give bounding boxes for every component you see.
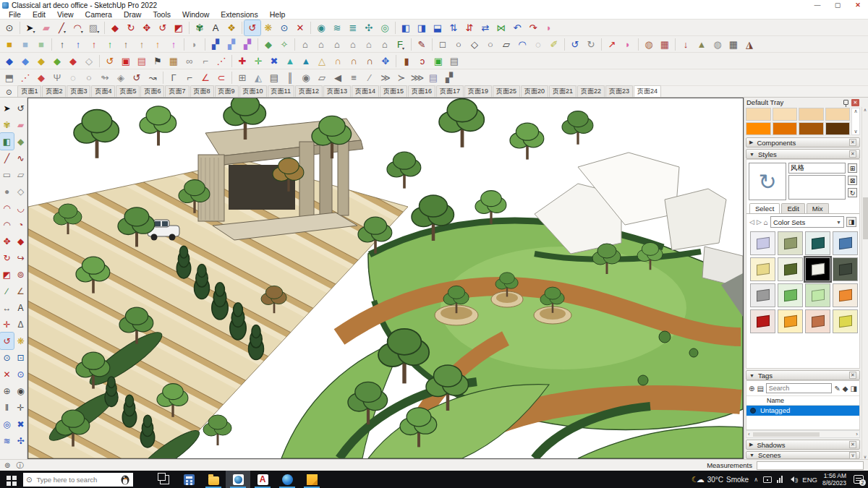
current-style-preview[interactable]: ↻ bbox=[749, 163, 786, 200]
tool-paint-bucket-icon[interactable]: ✾ bbox=[192, 20, 208, 35]
geolocation-icon[interactable]: ⊚ bbox=[4, 461, 10, 469]
tool-paint-icon[interactable]: ✾ bbox=[0, 116, 14, 133]
tool-section-x-icon[interactable]: ✖ bbox=[14, 416, 27, 432]
tool-shell-icon[interactable]: ◗ bbox=[187, 37, 203, 52]
style-thumbnail[interactable] bbox=[833, 257, 858, 281]
scene-search-icon[interactable]: ⊙ bbox=[6, 88, 12, 96]
tool-section-plane-icon[interactable]: ◉ bbox=[313, 20, 329, 35]
tool-orbit-select-icon[interactable]: ↺ bbox=[14, 100, 27, 116]
scene-tab[interactable]: 页面16 bbox=[408, 85, 435, 97]
tool-ring-icon[interactable]: ◌ bbox=[65, 70, 81, 85]
network-icon[interactable] bbox=[777, 476, 783, 483]
close-icon[interactable]: ∨ bbox=[849, 452, 856, 459]
tool-arc-icon[interactable]: ◠▾ bbox=[70, 20, 86, 35]
tool-arch-brown-icon[interactable]: ∩ bbox=[362, 53, 378, 69]
scene-tab[interactable]: 页面22 bbox=[577, 85, 605, 97]
scene-tab[interactable]: 页面19 bbox=[464, 85, 492, 97]
scroll-down-icon[interactable]: ∨ bbox=[854, 129, 857, 134]
tool-stamp-down-icon[interactable]: ↓ bbox=[678, 37, 694, 52]
tool-undo-curve-icon[interactable]: ↶ bbox=[509, 20, 525, 35]
expand-arrow-icon[interactable]: ▶ bbox=[749, 140, 753, 145]
tool-plus-red-icon[interactable]: ✚ bbox=[234, 53, 250, 69]
tool-drop-tan-icon[interactable]: ↑ bbox=[134, 37, 150, 52]
tool-mesh-grid-icon[interactable]: ▦ bbox=[657, 37, 673, 52]
tool-drop-brown-icon[interactable]: ↑ bbox=[118, 37, 134, 52]
style-thumbnail[interactable] bbox=[778, 257, 803, 281]
tool-pan-icon[interactable]: ❋ bbox=[260, 20, 276, 35]
pin-icon[interactable] bbox=[843, 100, 848, 105]
tool-solid-union-icon[interactable]: ◧ bbox=[398, 20, 414, 35]
taskbar-app-file-explorer[interactable] bbox=[201, 471, 226, 488]
style-thumbnail[interactable] bbox=[750, 309, 775, 333]
tool-link-pair-icon[interactable]: ∞ bbox=[182, 53, 197, 69]
tool-stamp-cone-icon[interactable]: ◮ bbox=[741, 37, 757, 52]
tool-offset-icon[interactable]: ⊚ bbox=[14, 266, 27, 283]
add-tag-icon[interactable]: ⊕ bbox=[749, 385, 754, 393]
tool-turn-target-icon[interactable]: ✛ bbox=[14, 399, 27, 416]
hidden-icons-chevron[interactable]: ∧ bbox=[754, 476, 758, 483]
tool-wood-block-icon[interactable]: ▦ bbox=[166, 53, 182, 69]
tool-fork-icon[interactable]: Ψ bbox=[49, 70, 65, 85]
close-button[interactable]: ✕ bbox=[848, 0, 868, 10]
tool-plus-green-icon[interactable]: ✛ bbox=[250, 53, 266, 69]
scene-tab[interactable]: 页面23 bbox=[605, 85, 633, 97]
tool-component-box-icon[interactable]: ◧ bbox=[0, 133, 14, 150]
tool-shape-circle-icon[interactable]: ○ bbox=[451, 37, 467, 52]
tool-arch-orange-icon[interactable]: ∩ bbox=[330, 53, 346, 69]
style-thumbnail[interactable] bbox=[750, 283, 775, 307]
tool-line-icon[interactable]: ╱▾ bbox=[54, 20, 70, 35]
scene-tab[interactable]: 页面13 bbox=[323, 85, 351, 97]
tool-x-blue-icon[interactable]: ✖ bbox=[266, 53, 282, 69]
tool-cage-grid-icon[interactable]: ⊞ bbox=[234, 70, 250, 85]
style-thumbnail[interactable] bbox=[750, 257, 775, 281]
tool-section-cut-icon[interactable]: ✣ bbox=[14, 432, 27, 449]
details-button[interactable]: ◨ bbox=[846, 217, 856, 227]
tool-panel-flip-icon[interactable]: ▱ bbox=[314, 70, 330, 85]
tool-cone-tan-icon[interactable]: △ bbox=[314, 53, 330, 69]
tool-redo-curve-icon[interactable]: ↷ bbox=[525, 20, 541, 35]
scene-tab[interactable]: 页面21 bbox=[549, 85, 576, 97]
search-input[interactable] bbox=[35, 475, 117, 484]
tool-loop-blue-icon[interactable]: ↺ bbox=[567, 37, 583, 52]
scene-tab[interactable]: 页面9 bbox=[215, 85, 239, 97]
scene-tab[interactable]: 页面4 bbox=[91, 85, 115, 97]
tray-vertical-scrollbar[interactable]: ∧ ∨ bbox=[861, 107, 868, 459]
tool-swap-axes-icon[interactable]: ⇄ bbox=[477, 20, 493, 35]
tool-box-blue-icon[interactable]: ■ bbox=[17, 37, 33, 52]
scene-tab[interactable]: 页面11 bbox=[268, 85, 294, 97]
tool-zoom-previous-icon[interactable]: ⊙ bbox=[14, 366, 27, 382]
tool-vector-pink-icon[interactable]: ◗ bbox=[620, 37, 636, 52]
tool-shape-square-icon[interactable]: □ bbox=[435, 37, 451, 52]
tool-shape-arc-icon[interactable]: ◠ bbox=[514, 37, 530, 52]
viewport-3d-model[interactable] bbox=[27, 98, 744, 459]
tool-zoom-extents-icon[interactable]: ✕ bbox=[0, 366, 14, 382]
tool-add-location-icon[interactable]: ◎ bbox=[377, 20, 393, 35]
tool-gem-gray-icon[interactable]: ◈ bbox=[113, 70, 129, 85]
notifications-icon[interactable]: 2 bbox=[854, 475, 864, 484]
tool-swirl-icon[interactable]: ↬ bbox=[97, 70, 113, 85]
tool-dots-path-icon[interactable]: ⋰ bbox=[17, 70, 33, 85]
tool-pie-icon[interactable]: ◔ bbox=[14, 216, 27, 233]
collapse-arrow-icon[interactable]: ▼ bbox=[749, 152, 754, 157]
tool-stamp-peak-icon[interactable]: ▲ bbox=[694, 37, 710, 52]
tool-curve-red-icon[interactable]: ⊂ bbox=[213, 70, 229, 85]
tool-list-lines-icon[interactable]: ≡ bbox=[346, 70, 362, 85]
tool-flag-icon[interactable]: ⚑ bbox=[150, 53, 166, 69]
tool-scale-icon[interactable]: ◩ bbox=[171, 20, 187, 35]
taskbar-search[interactable]: ⊙ bbox=[23, 473, 133, 487]
tool-line-icon[interactable]: ╱ bbox=[0, 150, 14, 166]
scroll-left-icon[interactable]: ‹ bbox=[748, 431, 750, 437]
tool-panel-2-icon[interactable]: ▞ bbox=[224, 37, 239, 52]
tool-stamp-dark-icon[interactable]: ▦ bbox=[726, 37, 741, 52]
taskbar-app-sticky-notes[interactable] bbox=[299, 471, 324, 488]
close-icon[interactable]: ✕ bbox=[849, 139, 856, 146]
tags-section-header[interactable]: ▼ Tags ✕ bbox=[746, 370, 860, 380]
add-folder-icon[interactable]: ▤ bbox=[757, 385, 763, 393]
taskbar-app-sketchup[interactable] bbox=[226, 471, 250, 488]
tool-orbit-icon[interactable]: ↺ bbox=[0, 333, 14, 349]
tool-box-green-icon[interactable]: ■ bbox=[33, 37, 49, 52]
tool-chevrons-2-icon[interactable]: ≻ bbox=[393, 70, 409, 85]
tool-rotated-rectangle-icon[interactable]: ▱ bbox=[14, 166, 27, 183]
color-swatch[interactable] bbox=[746, 122, 771, 135]
tool-corner-tool-icon[interactable]: ⌐ bbox=[197, 53, 213, 69]
